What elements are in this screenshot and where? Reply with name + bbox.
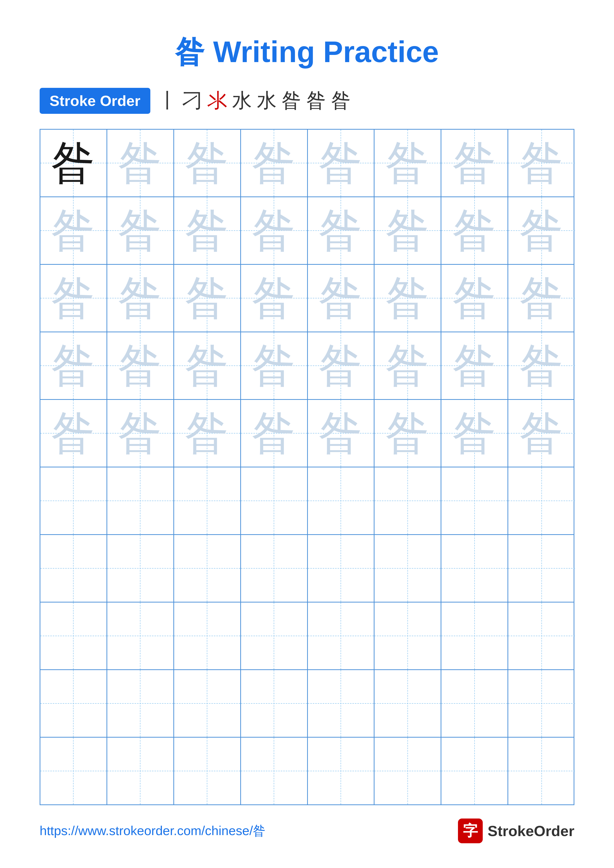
grid-row: 昝 昝 昝 昝 昝 昝 昝 昝 (40, 197, 574, 265)
grid-cell[interactable] (375, 467, 441, 534)
practice-char: 昝 (51, 208, 96, 253)
grid-cell[interactable] (174, 467, 241, 534)
grid-cell[interactable] (308, 467, 375, 534)
stroke-1: 丨 (158, 87, 177, 114)
grid-cell[interactable] (441, 535, 508, 602)
grid-cell[interactable] (174, 738, 241, 804)
grid-cell[interactable]: 昝 (174, 197, 241, 264)
grid-cell[interactable] (308, 603, 375, 669)
grid-cell[interactable]: 昝 (308, 130, 375, 197)
grid-cell[interactable] (508, 535, 575, 602)
grid-cell[interactable]: 昝 (375, 197, 441, 264)
grid-cell[interactable] (107, 535, 174, 602)
grid-cell[interactable] (508, 670, 575, 737)
grid-cell[interactable]: 昝 (375, 400, 441, 467)
grid-row-empty (40, 603, 574, 670)
practice-char: 昝 (51, 411, 96, 456)
grid-cell[interactable]: 昝 (40, 332, 107, 399)
practice-char: 昝 (452, 343, 497, 388)
grid-cell[interactable]: 昝 (441, 332, 508, 399)
footer-url[interactable]: https://www.strokeorder.com/chinese/昝 (40, 822, 266, 840)
grid-cell[interactable]: 昝 (241, 265, 308, 332)
grid-cell[interactable]: 昝 (174, 400, 241, 467)
grid-cell[interactable]: 昝 (241, 400, 308, 467)
practice-char: 昝 (385, 411, 430, 456)
grid-cell[interactable] (441, 603, 508, 669)
grid-cell[interactable]: 昝 (375, 332, 441, 399)
grid-cell[interactable] (241, 738, 308, 804)
grid-cell[interactable] (40, 603, 107, 669)
grid-cell[interactable] (308, 535, 375, 602)
grid-cell[interactable] (40, 535, 107, 602)
grid-cell[interactable] (174, 603, 241, 669)
grid-cell[interactable]: 昝 (107, 130, 174, 197)
grid-cell[interactable]: 昝 (308, 332, 375, 399)
grid-cell[interactable] (107, 738, 174, 804)
grid-cell[interactable] (40, 670, 107, 737)
grid-cell[interactable] (241, 467, 308, 534)
grid-cell[interactable] (375, 535, 441, 602)
grid-cell[interactable] (241, 535, 308, 602)
grid-cell[interactable]: 昝 (40, 130, 107, 197)
grid-cell[interactable]: 昝 (441, 265, 508, 332)
grid-cell[interactable] (441, 467, 508, 534)
footer: https://www.strokeorder.com/chinese/昝 字 … (40, 818, 574, 843)
practice-char: 昝 (519, 208, 564, 253)
grid-cell[interactable]: 昝 (308, 197, 375, 264)
stroke-order-badge: Stroke Order (40, 88, 150, 114)
grid-cell[interactable]: 昝 (508, 400, 575, 467)
grid-cell[interactable] (375, 603, 441, 669)
grid-cell[interactable]: 昝 (241, 197, 308, 264)
grid-cell[interactable]: 昝 (107, 265, 174, 332)
grid-cell[interactable] (308, 738, 375, 804)
grid-cell[interactable] (375, 670, 441, 737)
grid-cell[interactable] (508, 603, 575, 669)
grid-cell[interactable]: 昝 (441, 400, 508, 467)
grid-cell[interactable]: 昝 (508, 332, 575, 399)
grid-cell[interactable] (441, 670, 508, 737)
grid-cell[interactable]: 昝 (375, 265, 441, 332)
grid-cell[interactable]: 昝 (508, 130, 575, 197)
grid-cell[interactable] (375, 738, 441, 804)
grid-cell[interactable]: 昝 (174, 265, 241, 332)
practice-char: 昝 (519, 141, 564, 185)
grid-cell[interactable]: 昝 (441, 130, 508, 197)
grid-cell[interactable] (107, 603, 174, 669)
grid-row-empty (40, 738, 574, 804)
grid-cell[interactable]: 昝 (174, 130, 241, 197)
grid-cell[interactable] (107, 670, 174, 737)
title-writing-practice: Writing Practice (213, 35, 438, 68)
grid-cell[interactable]: 昝 (40, 265, 107, 332)
practice-char: 昝 (185, 208, 229, 253)
grid-cell[interactable]: 昝 (241, 332, 308, 399)
grid-row: 昝 昝 昝 昝 昝 昝 昝 昝 (40, 332, 574, 400)
practice-char: 昝 (452, 141, 497, 185)
grid-cell[interactable]: 昝 (107, 197, 174, 264)
grid-cell[interactable] (107, 467, 174, 534)
grid-cell[interactable]: 昝 (241, 130, 308, 197)
grid-cell[interactable]: 昝 (40, 197, 107, 264)
grid-cell[interactable] (241, 603, 308, 669)
grid-cell[interactable] (308, 670, 375, 737)
grid-cell[interactable] (40, 467, 107, 534)
grid-cell[interactable] (508, 467, 575, 534)
practice-char: 昝 (319, 411, 363, 456)
grid-cell[interactable]: 昝 (375, 130, 441, 197)
grid-cell[interactable] (174, 535, 241, 602)
grid-cell[interactable] (241, 670, 308, 737)
grid-cell[interactable]: 昝 (107, 332, 174, 399)
grid-cell[interactable]: 昝 (308, 265, 375, 332)
grid-cell[interactable] (174, 670, 241, 737)
grid-cell[interactable]: 昝 (308, 400, 375, 467)
grid-cell[interactable]: 昝 (174, 332, 241, 399)
title-char: 昝 (175, 35, 205, 68)
grid-cell[interactable] (441, 738, 508, 804)
grid-cell[interactable]: 昝 (40, 400, 107, 467)
grid-cell[interactable]: 昝 (107, 400, 174, 467)
grid-cell[interactable] (40, 738, 107, 804)
grid-cell[interactable]: 昝 (441, 197, 508, 264)
grid-cell[interactable]: 昝 (508, 265, 575, 332)
grid-cell[interactable] (508, 738, 575, 804)
grid-cell[interactable]: 昝 (508, 197, 575, 264)
practice-char: 昝 (185, 411, 229, 456)
